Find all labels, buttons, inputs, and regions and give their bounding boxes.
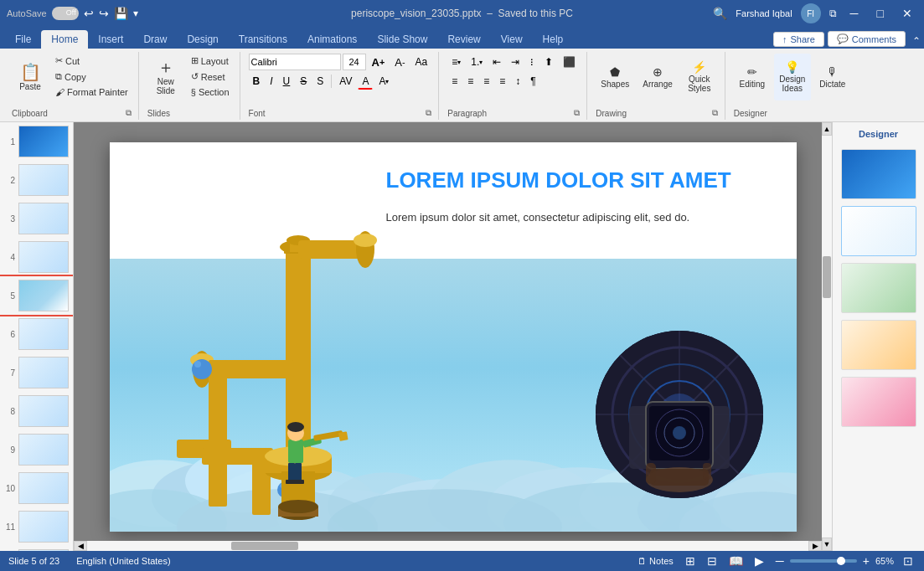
scroll-thumb[interactable] [823,256,831,298]
paragraph-spacing-button[interactable]: ¶ [526,73,539,90]
zoom-in-button[interactable]: + [860,554,872,568]
font-color-button[interactable]: A [358,73,373,90]
italic-button[interactable]: I [266,73,276,90]
slide-thumb-1[interactable]: 1 [0,122,73,161]
line-spacing-button[interactable]: ↕ [511,73,524,90]
vertical-scrollbar[interactable]: ▲ ▼ [822,122,832,551]
justify-button[interactable]: ≡ [495,73,509,90]
scroll-track[interactable] [822,136,832,538]
designer-template-1[interactable] [841,149,916,199]
search-icon[interactable]: 🔍 [713,7,727,20]
slide-thumb-2[interactable]: 2 [0,161,73,199]
dictate-button[interactable]: 🎙 Dictate [814,54,851,100]
quick-styles-button[interactable]: ⚡ QuickStyles [681,54,718,100]
decrease-font-button[interactable]: A- [390,54,409,70]
strikethrough-button[interactable]: S [296,73,311,90]
align-left-button[interactable]: ≡ [447,73,462,90]
scroll-up-button[interactable]: ▲ [822,122,832,136]
minimize-button[interactable]: ─ [845,7,864,20]
slide-thumb-8[interactable]: 8 [0,392,73,430]
font-name-input[interactable] [249,54,341,70]
slideshow-button[interactable]: ▶ [752,554,767,568]
clear-format-button[interactable]: Aa [411,54,432,70]
design-ideas-button[interactable]: 💡 DesignIdeas [774,54,811,100]
columns-button[interactable]: ⫶ [525,54,539,70]
h-scroll-thumb[interactable] [231,542,298,550]
bullet-list-button[interactable]: ≡▾ [447,54,465,70]
slide-thumb-5[interactable]: 5 [0,276,73,315]
zoom-slider[interactable] [790,559,857,563]
new-slide-button[interactable]: ＋ NewSlide [147,54,184,100]
redo-icon[interactable]: ↪ [99,7,109,20]
save-icon[interactable]: 💾 [114,7,128,20]
slide-thumb-7[interactable]: 7 [0,353,73,392]
layout-button[interactable]: ⊞ Layout [188,54,233,68]
comments-button[interactable]: 💬 Comments [828,31,906,47]
designer-template-3[interactable] [841,263,916,313]
numbered-list-button[interactable]: 1.▾ [467,54,487,70]
tab-design[interactable]: Design [177,30,228,49]
shapes-button[interactable]: ⬟ Shapes [596,54,634,100]
increase-indent-button[interactable]: ⇥ [507,54,524,70]
reset-button[interactable]: ↺ Reset [188,69,233,84]
normal-view-button[interactable]: ⊞ [683,554,698,568]
horizontal-scrollbar[interactable]: ◀ ▶ [74,541,822,551]
editing-button[interactable]: ✏ Editing [734,54,771,100]
close-button[interactable]: ✕ [897,7,917,20]
tab-help[interactable]: Help [533,30,574,49]
copy-button[interactable]: ⧉ Copy [52,69,132,84]
scroll-down-button[interactable]: ▼ [822,538,832,551]
slide-thumb-9[interactable]: 9 [0,430,73,469]
slide-sorter-button[interactable]: ⊟ [705,554,720,568]
char-spacing-button[interactable]: AV [335,73,356,90]
designer-template-5[interactable] [841,377,916,427]
slide-panel[interactable]: 12345678910111213141516 [0,122,74,551]
autosave-toggle[interactable] [52,7,79,20]
slide-thumb-6[interactable]: 6 [0,315,73,353]
align-center-button[interactable]: ≡ [463,73,477,90]
font-size-field[interactable] [343,54,366,70]
ribbon-collapse-button[interactable]: ⌃ [909,35,924,47]
slide-thumb-4[interactable]: 4 [0,238,73,276]
tab-view[interactable]: View [491,30,533,49]
designer-template-2[interactable] [841,206,916,256]
reading-view-button[interactable]: 📖 [726,554,746,568]
bold-button[interactable]: B [249,73,265,90]
tab-transitions[interactable]: Transitions [229,30,297,49]
scroll-left-button[interactable]: ◀ [74,541,87,551]
align-right-button[interactable]: ≡ [479,73,493,90]
undo-icon[interactable]: ↩ [84,7,94,20]
restore-icon[interactable]: ⧉ [829,8,837,19]
arrange-button[interactable]: ⊕ Arrange [638,54,678,100]
notes-button[interactable]: 🗒 Notes [635,556,676,566]
section-button[interactable]: § Section [188,85,233,99]
scroll-right-button[interactable]: ▶ [808,541,822,551]
increase-font-button[interactable]: A+ [368,54,390,70]
tab-home[interactable]: Home [41,30,88,49]
tab-animations[interactable]: Animations [297,30,367,49]
toolbar-dropdown-icon[interactable]: ▾ [133,8,138,19]
fit-slide-button[interactable]: ⊡ [901,554,916,568]
slide-thumb-12[interactable]: 12 [0,546,73,551]
shadow-button[interactable]: S [312,73,328,90]
tab-insert[interactable]: Insert [88,30,133,49]
tab-slideshow[interactable]: Slide Show [367,30,437,49]
tab-review[interactable]: Review [437,30,490,49]
slide-thumb-3[interactable]: 3 [0,199,73,238]
cut-button[interactable]: ✂ Cut [52,54,132,68]
tab-draw[interactable]: Draw [133,30,177,49]
decrease-indent-button[interactable]: ⇤ [488,54,505,70]
zoom-out-button[interactable]: ─ [773,554,787,568]
share-button[interactable]: ↑ Share [773,32,824,47]
highlight-button[interactable]: A▾ [374,73,393,90]
h-scroll-track[interactable] [87,541,808,551]
maximize-button[interactable]: □ [872,7,889,20]
slide-thumb-11[interactable]: 11 [0,507,73,546]
format-painter-button[interactable]: 🖌 Format Painter [52,85,132,99]
font-size-input[interactable] [343,54,366,70]
tab-file[interactable]: File [5,30,41,49]
text-direction-button[interactable]: ⬆ [540,54,557,70]
designer-template-4[interactable] [841,320,916,370]
underline-button[interactable]: U [279,73,295,90]
smartart-button[interactable]: ⬛ [559,54,580,70]
